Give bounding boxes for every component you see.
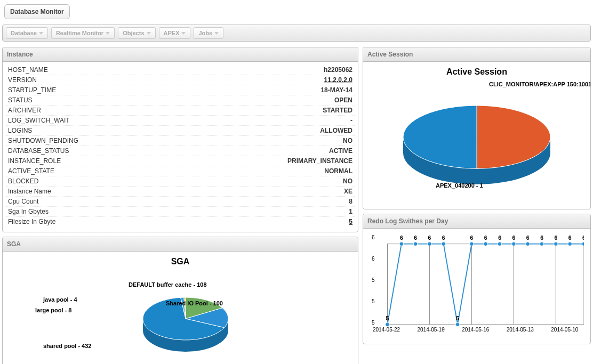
- pie-slice-label: DEFAULT buffer cache - 108: [129, 281, 207, 288]
- instance-value: h2205062: [324, 66, 352, 74]
- instance-row: LOGINSALLOWED: [6, 126, 355, 136]
- instance-value: NO: [343, 137, 352, 144]
- instance-value: 1: [349, 208, 352, 215]
- panel-redo-log: Redo Log Swithes per Day 566665666666666…: [363, 214, 591, 344]
- line-point: [386, 322, 390, 327]
- chevron-down-icon: [39, 32, 43, 35]
- instance-value: STARTED: [323, 107, 352, 114]
- menu-item-label: Jobs: [198, 30, 212, 36]
- menu-item-label: Objects: [123, 30, 144, 36]
- line-point: [554, 242, 558, 246]
- line-point: [526, 242, 530, 246]
- svg-text:6: 6: [540, 235, 543, 241]
- instance-value: ALLOWED: [320, 127, 352, 134]
- line-point: [568, 242, 572, 246]
- chevron-down-icon: [214, 32, 219, 35]
- instance-key: BLOCKED: [8, 177, 38, 185]
- menu-item-realtime-monitor[interactable]: Realtime Monitor: [51, 27, 115, 39]
- svg-text:6: 6: [484, 235, 487, 241]
- panel-redo-log-header: Redo Log Swithes per Day: [363, 214, 590, 229]
- svg-text:6: 6: [554, 235, 557, 241]
- line-point: [470, 242, 474, 246]
- instance-key: STATUS: [8, 96, 33, 104]
- chevron-down-icon: [106, 32, 110, 35]
- instance-key: Filesize In Gbyte: [8, 218, 55, 225]
- menu-item-label: APEX: [164, 30, 180, 36]
- instance-key: Instance Name: [8, 188, 51, 195]
- menu-item-objects[interactable]: Objects: [118, 27, 155, 39]
- svg-text:6: 6: [568, 235, 572, 241]
- svg-text:6: 6: [498, 235, 501, 241]
- pie-slice-label: java pool - 4: [43, 296, 77, 303]
- line-point: [413, 242, 418, 246]
- menu-item-jobs[interactable]: Jobs: [194, 27, 223, 39]
- redo-log-line-chart: 566665666666666555662014-05-222014-05-19…: [366, 232, 587, 338]
- menu-item-database[interactable]: Database: [6, 27, 48, 39]
- chevron-down-icon: [181, 32, 186, 35]
- panel-active-session: Active Session Active Session CLIC_MONIT…: [363, 47, 591, 209]
- menu-item-label: Database: [11, 30, 37, 36]
- instance-key: DATABASE_STATUS: [8, 147, 69, 155]
- svg-text:6: 6: [470, 235, 474, 241]
- instance-value: XE: [344, 188, 352, 195]
- instance-key: VERSION: [8, 76, 37, 84]
- x-tick-label: 2014-05-10: [551, 327, 578, 333]
- panel-sga-header: SGA: [3, 237, 358, 252]
- instance-key: ARCHIVER: [8, 107, 41, 114]
- line-point: [498, 242, 502, 246]
- instance-key: INSTANCE_ROLE: [8, 157, 61, 165]
- instance-row: Sga In Gbytes1: [6, 207, 355, 217]
- instance-value: OPEN: [334, 96, 352, 104]
- panel-instance-header: Instance: [3, 47, 358, 62]
- instance-row: Filesize In Gbyte5: [6, 217, 355, 227]
- x-tick-label: 2014-05-22: [373, 327, 400, 333]
- instance-value: PRIMARY_INSTANCE: [287, 157, 352, 165]
- pie-slice-label: APEX_040200 - 1: [436, 182, 483, 189]
- instance-row: STARTUP_TIME18-MAY-14: [6, 85, 355, 95]
- svg-text:6: 6: [512, 235, 515, 241]
- instance-key: Sga In Gbytes: [8, 208, 49, 215]
- instance-value[interactable]: 11.2.0.2.0: [324, 76, 352, 84]
- instance-key: SHUTDOWN_PENDING: [8, 137, 78, 144]
- y-tick-label: 5: [372, 277, 375, 283]
- line-point: [455, 322, 460, 327]
- line-point: [540, 242, 544, 246]
- line-point: [512, 242, 516, 246]
- panel-active-session-header: Active Session: [363, 47, 590, 62]
- x-tick-label: 2014-05-19: [418, 327, 445, 333]
- line-point: [484, 242, 488, 246]
- menubar: DatabaseRealtime MonitorObjectsAPEXJobs: [2, 25, 591, 42]
- sga-chart-title: SGA: [6, 257, 355, 266]
- svg-text:6: 6: [442, 235, 445, 241]
- x-tick-label: 2014-05-13: [507, 327, 534, 333]
- instance-row: ARCHIVERSTARTED: [6, 106, 355, 116]
- instance-value: NORMAL: [324, 167, 352, 175]
- instance-value: NO: [343, 177, 352, 185]
- svg-text:6: 6: [428, 235, 431, 241]
- line-point: [582, 242, 584, 246]
- y-tick-label: 6: [372, 234, 375, 240]
- y-tick-label: 5: [372, 320, 375, 326]
- instance-row: Instance NameXE: [6, 187, 355, 197]
- instance-row: STATUSOPEN: [6, 95, 355, 106]
- svg-rect-6: [387, 244, 584, 325]
- chevron-down-icon: [147, 32, 151, 35]
- instance-row: ACTIVE_STATENORMAL: [6, 166, 355, 176]
- pie-slice-label: large pool - 8: [35, 307, 71, 313]
- pie-slice-label: CLIC_MONITOR/APEX:APP 150:1001 -: [489, 81, 591, 87]
- app-title-button[interactable]: Database Monitor: [4, 4, 70, 19]
- panel-instance: Instance HOST_NAMEh2205062VERSION11.2.0.…: [2, 47, 358, 232]
- instance-row: VERSION11.2.0.2.0: [6, 75, 355, 85]
- instance-row: DATABASE_STATUSACTIVE: [6, 146, 355, 156]
- instance-value[interactable]: 5: [349, 218, 352, 225]
- instance-value: 18-MAY-14: [320, 86, 352, 94]
- x-tick-label: 2014-05-16: [462, 327, 489, 333]
- instance-key: HOST_NAME: [8, 66, 48, 74]
- svg-text:5: 5: [386, 316, 389, 321]
- line-point: [399, 242, 404, 246]
- instance-key: LOGINS: [8, 127, 32, 134]
- instance-value: 8: [349, 198, 352, 205]
- instance-row: Cpu Count8: [6, 197, 355, 207]
- menu-item-apex[interactable]: APEX: [159, 27, 191, 39]
- instance-row: HOST_NAMEh2205062: [6, 65, 355, 75]
